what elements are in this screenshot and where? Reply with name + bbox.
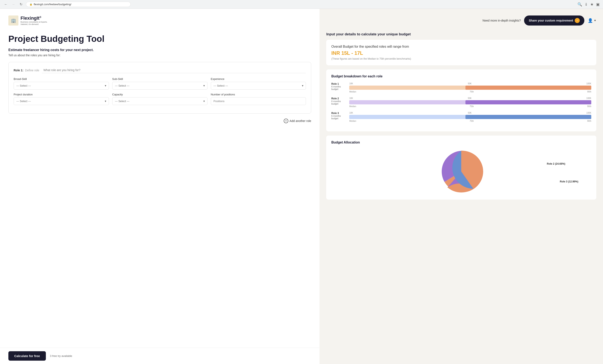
browser-actions: 🔍 ⇓ ★ ▣ <box>578 2 600 7</box>
capacity-wrapper: --- Select --- ▼ <box>112 97 208 105</box>
lock-icon: 🔒 <box>30 3 33 6</box>
bar-labels-3: Median75th90th <box>349 120 591 122</box>
download-icon[interactable]: ⇓ <box>585 2 588 7</box>
bottom-bar: Calculate for free 3 free try available <box>0 348 320 364</box>
custom-requirement-button[interactable]: Share your custom requirement → <box>524 15 584 25</box>
logo-name: FlexingIt® <box>21 15 47 21</box>
project-duration-group: Project duration --- Select --- ▼ <box>14 93 109 105</box>
broad-skill-select[interactable]: --- Select --- <box>14 82 109 89</box>
experience-group: Experience --- Select --- ▼ <box>211 77 306 89</box>
breakdown-title: Budget breakdown for each role <box>331 75 591 78</box>
allocation-section: Budget Allocation <box>326 136 596 199</box>
sidebar-toggle-icon[interactable]: ▣ <box>596 2 600 7</box>
budget-note: (These figures are based on the Median t… <box>331 57 591 60</box>
broad-skill-label: Broad-Skill <box>14 77 109 80</box>
role-bar-3: Role 3 6 monthsbudget 10K50K100K Median7… <box>331 112 591 122</box>
input-section-title: Input your details to calculate your uni… <box>326 32 596 36</box>
pie-chart: Role 2 (24.68%) Role 3 (12.99%) <box>331 149 591 195</box>
capacity-group: Capacity --- Select --- ▼ <box>112 93 208 105</box>
right-top-bar: Need more in-depth insights? Share your … <box>326 15 596 25</box>
add-role-button[interactable]: + Add another role <box>284 117 311 125</box>
positions-group: Number of positions <box>211 93 306 105</box>
pie-label-role2: Role 2 (24.68%) <box>547 162 565 165</box>
sub-skill-select[interactable]: --- Select --- <box>112 82 208 89</box>
project-duration-label: Project duration <box>14 93 109 96</box>
project-duration-wrapper: --- Select --- ▼ <box>14 97 109 105</box>
form-row-2: Project duration --- Select --- ▼ Capaci… <box>14 93 306 105</box>
app-container: 🏢 FlexingIt® Business consultants & Expe… <box>0 9 603 364</box>
budget-amount: INR 15L - 17L <box>331 50 591 56</box>
sub-skill-group: Sub-Skill --- Select --- ▼ <box>112 77 208 89</box>
capacity-select[interactable]: --- Select --- <box>112 97 208 105</box>
role-2-sublabel: 6 monthsbudget <box>331 100 346 105</box>
budget-card: Overall Budget for the specified roles w… <box>326 40 596 65</box>
experience-wrapper: --- Select --- ▼ <box>211 82 306 89</box>
left-panel: 🏢 FlexingIt® Business consultants & Expe… <box>0 9 320 364</box>
bar-track-1 <box>349 86 591 90</box>
role-2-label: Role 2 <box>331 97 346 100</box>
page-description: Tell us about the roles you are hiring f… <box>8 54 311 57</box>
refresh-button[interactable]: ↻ <box>18 2 23 7</box>
address-bar[interactable]: 🔒 flexingit.com/feebee/budgeting/ <box>26 2 131 7</box>
role-3-sublabel: 6 monthsbudget <box>331 115 346 120</box>
sub-skill-wrapper: --- Select --- ▼ <box>112 82 208 89</box>
experience-select[interactable]: --- Select --- <box>211 82 306 89</box>
role-name-input[interactable] <box>42 67 306 73</box>
user-avatar-icon: 👤 <box>588 18 593 23</box>
arrow-icon: → <box>575 18 580 23</box>
budget-range-label: Overall Budget for the specified roles w… <box>331 45 591 49</box>
project-duration-select[interactable]: --- Select --- <box>14 97 109 105</box>
role-1-label: Role 1 <box>331 82 346 85</box>
search-icon[interactable]: 🔍 <box>578 2 582 7</box>
bar-labels-2: Median75th90th <box>349 105 591 108</box>
logo-text: FlexingIt® Business consultants & Expert… <box>21 15 47 25</box>
pie-label-role3: Role 3 (12.99%) <box>560 180 578 183</box>
bar-track-2 <box>349 100 591 104</box>
custom-req-label: Share your custom requirement <box>529 19 573 22</box>
role-header: Role 1: Define role <box>14 67 306 73</box>
bar-scale-1: 10K50K100K <box>349 82 591 85</box>
allocation-title: Budget Allocation <box>331 141 591 144</box>
form-row-1: Broad-Skill --- Select --- ▼ Sub-Skill -… <box>14 77 306 89</box>
bookmark-icon[interactable]: ★ <box>590 2 594 7</box>
user-chevron-icon: ▼ <box>594 19 596 22</box>
logo-tagline: Business consultants & Experts.Salaried,… <box>21 21 47 25</box>
browser-chrome: ← → ↻ 🔒 flexingit.com/feebee/budgeting/ … <box>0 0 603 9</box>
sub-skill-label: Sub-Skill <box>112 77 208 80</box>
experience-label: Experience <box>211 77 306 80</box>
pie-main-svg <box>436 149 486 195</box>
positions-label: Number of positions <box>211 93 306 96</box>
logo: 🏢 FlexingIt® Business consultants & Expe… <box>8 15 47 25</box>
free-trial-text: 3 free try available <box>50 354 72 357</box>
bar-scale-2: 10K50K100K <box>349 97 591 99</box>
logo-icon: 🏢 <box>8 15 18 25</box>
role-number-label: Role 1: Define role <box>14 69 39 72</box>
site-header: 🏢 FlexingIt® Business consultants & Expe… <box>8 15 311 25</box>
right-panel: Need more in-depth insights? Share your … <box>320 9 603 364</box>
url-text: flexingit.com/feebee/budgeting/ <box>34 3 71 6</box>
page-subtitle: Estimate freelancer hiring costs for you… <box>8 48 311 52</box>
broad-skill-group: Broad-Skill --- Select --- ▼ <box>14 77 109 89</box>
bar-track-3 <box>349 115 591 119</box>
add-role-label: Add another role <box>290 119 311 122</box>
breakdown-section: Budget breakdown for each role Role 1 6 … <box>326 69 596 131</box>
bar-dark-2 <box>465 100 591 104</box>
add-icon: + <box>284 119 288 123</box>
role-bar-1: Role 1 6 monthsbudget 10K50K100K Median7… <box>331 82 591 93</box>
role-card: Role 1: Define role Broad-Skill --- Sele… <box>8 62 311 114</box>
role-bar-2: Role 2 6 monthsbudget 10K50K100K Median7… <box>331 97 591 108</box>
broad-skill-wrapper: --- Select --- ▼ <box>14 82 109 89</box>
forward-button[interactable]: → <box>11 2 16 7</box>
capacity-label: Capacity <box>112 93 208 96</box>
bar-scale-3: 10K50K100K <box>349 112 591 114</box>
back-button[interactable]: ← <box>3 2 8 7</box>
calculate-button[interactable]: Calculate for free <box>8 351 46 361</box>
insights-text: Need more in-depth insights? <box>483 19 521 22</box>
role-1-sublabel: 6 monthsbudget <box>331 85 346 90</box>
role-3-label: Role 3 <box>331 112 346 115</box>
positions-input[interactable] <box>211 97 306 105</box>
bar-labels-1: Median75th90th <box>349 91 591 93</box>
user-menu-button[interactable]: 👤 ▼ <box>588 18 596 23</box>
bar-dark-1 <box>465 86 591 90</box>
page-title: Project Budgeting Tool <box>8 34 311 44</box>
